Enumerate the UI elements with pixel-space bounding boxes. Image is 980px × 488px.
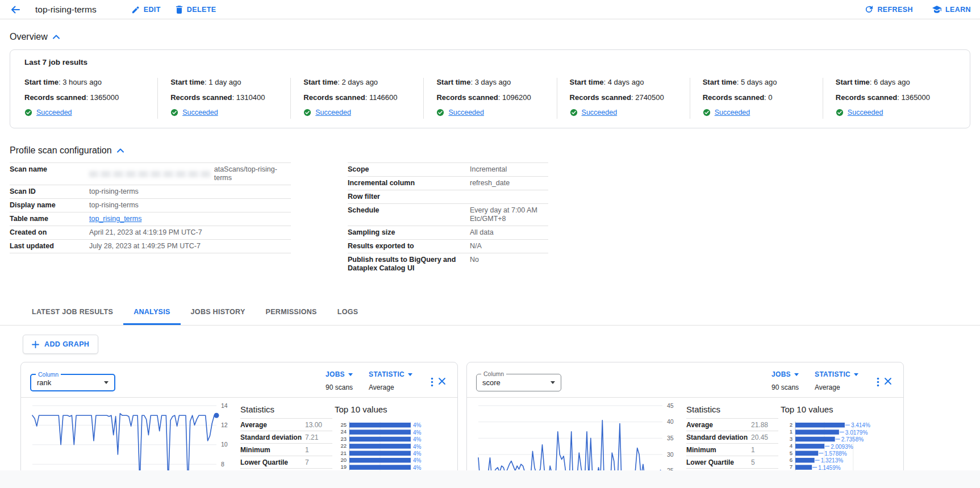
learn-button[interactable]: LEARN	[932, 6, 971, 14]
config-label: Scan ID	[10, 187, 89, 196]
tab-analysis[interactable]: ANALYSIS	[123, 300, 180, 325]
start-time-label: Start time	[303, 78, 341, 86]
card-close-button[interactable]	[882, 375, 894, 387]
records-label: Records scanned	[836, 93, 902, 102]
card-divider	[467, 397, 903, 398]
profile-config-heading-label: Profile scan configuration	[10, 145, 112, 156]
tab-permissions[interactable]: PERMISSIONS	[256, 300, 327, 325]
tab-bar: LATEST JOB RESULTS ANALYSIS JOBS HISTORY…	[0, 300, 980, 326]
svg-text:1.3213%: 1.3213%	[821, 457, 844, 464]
collapse-config-icon[interactable]	[116, 148, 124, 153]
card-close-button[interactable]	[436, 375, 448, 387]
job-status-link[interactable]: Succeeded	[703, 109, 750, 116]
job-status-text: Succeeded	[715, 109, 750, 116]
svg-text:3.414%: 3.414%	[851, 422, 870, 428]
tab-logs[interactable]: LOGS	[327, 300, 369, 325]
start-time-value: 4 days ago	[608, 78, 644, 86]
job-result-card: Start time3 hours ago Records scanned136…	[24, 78, 157, 119]
config-row: Last updated July 28, 2023 at 1:49:25 PM…	[10, 240, 291, 253]
start-time-value: 5 days ago	[741, 78, 777, 86]
trash-icon	[176, 5, 183, 14]
svg-text:4: 4	[790, 443, 793, 449]
config-label: Display name	[10, 201, 89, 210]
tab-latest-job-results[interactable]: LATEST JOB RESULTS	[22, 300, 123, 325]
svg-text:24: 24	[340, 428, 347, 435]
stat-label: Lower Quartile	[686, 458, 751, 466]
kebab-menu-icon	[431, 377, 433, 387]
stat-row: Average21.88	[686, 418, 778, 431]
svg-text:10: 10	[221, 441, 228, 448]
start-time-value: 3 days ago	[475, 78, 511, 86]
job-status-link[interactable]: Succeeded	[170, 109, 218, 116]
stat-value: 5	[751, 458, 778, 466]
refresh-button[interactable]: REFRESH	[865, 5, 913, 14]
card-menu-button[interactable]	[874, 375, 882, 389]
table-name-link[interactable]: top_rising_terms	[89, 215, 141, 223]
config-row: Row filter	[348, 190, 548, 204]
add-graph-button[interactable]: ADD GRAPH	[23, 335, 98, 354]
svg-text:4%: 4%	[413, 451, 422, 457]
delete-button[interactable]: DELETE	[176, 5, 216, 14]
job-status-link[interactable]: Succeeded	[436, 109, 484, 116]
job-status-link[interactable]: Succeeded	[24, 109, 72, 116]
records-value: 0	[768, 93, 772, 102]
job-status-link[interactable]: Succeeded	[570, 109, 618, 116]
collapse-overview-icon[interactable]	[52, 34, 60, 40]
close-icon	[438, 377, 446, 385]
column-select-label: Column	[481, 370, 506, 377]
job-result-card: Start time5 days ago Records scanned0 Su…	[690, 78, 823, 119]
stat-value: 13.00	[305, 421, 332, 429]
tab-jobs-history[interactable]: JOBS HISTORY	[181, 300, 256, 325]
config-table-right: Scope Incremental Incremental column ref…	[348, 162, 548, 275]
back-button[interactable]	[9, 4, 22, 15]
config-tables: Scan name ataScans/top-rising-terms Scan…	[10, 162, 970, 275]
start-time-label: Start time	[703, 78, 741, 86]
svg-text:1: 1	[790, 428, 793, 435]
statistic-dropdown[interactable]: STATISTIC	[369, 370, 412, 378]
success-check-icon	[836, 109, 844, 116]
start-time-label: Start time	[24, 78, 62, 86]
stat-row: Standard deviation20.45	[686, 431, 778, 444]
config-row: Publish results to BigQuery and Dataplex…	[348, 253, 548, 275]
svg-text:8: 8	[221, 461, 224, 468]
edit-button[interactable]: EDIT	[132, 6, 161, 14]
back-arrow-icon	[10, 5, 20, 14]
config-row: Scan ID top-rising-terms	[10, 185, 291, 199]
job-result-card: Start time2 days ago Records scanned1146…	[290, 78, 423, 119]
top10-title: Top 10 values	[335, 404, 448, 414]
config-row: Scan name ataScans/top-rising-terms	[10, 163, 291, 185]
edit-button-label: EDIT	[144, 6, 161, 14]
svg-text:19: 19	[340, 464, 347, 470]
stat-value: 21.88	[751, 421, 778, 429]
job-status-text: Succeeded	[182, 109, 218, 116]
start-time-value: 2 days ago	[341, 78, 378, 86]
start-time-value: 3 hours ago	[62, 78, 102, 86]
card-menu-button[interactable]	[428, 375, 436, 389]
chevron-down-icon	[551, 381, 555, 384]
jobs-dropdown[interactable]: JOBS	[326, 370, 353, 378]
svg-text:45: 45	[667, 402, 674, 409]
start-time-value: 1 day ago	[208, 78, 241, 86]
stat-value: 7.21	[305, 433, 332, 441]
jobs-scan-count: 90 scans	[326, 383, 353, 391]
column-select[interactable]: Column rank	[30, 374, 115, 391]
svg-text:3.0179%: 3.0179%	[845, 429, 868, 436]
records-value: 1365000	[901, 93, 930, 102]
jobs-dropdown-block: JOBS 90 scans	[772, 370, 799, 391]
overview-heading-label: Overview	[10, 32, 48, 42]
learn-button-label: LEARN	[945, 6, 971, 14]
config-value: refresh_date	[470, 179, 548, 187]
jobs-dropdown[interactable]: JOBS	[772, 370, 799, 378]
records-value: 1365000	[90, 93, 119, 102]
svg-text:4%: 4%	[413, 457, 422, 464]
job-status-link[interactable]: Succeeded	[303, 109, 351, 116]
learn-school-icon	[932, 6, 941, 14]
statistic-dropdown[interactable]: STATISTIC	[815, 370, 858, 378]
column-select[interactable]: Column score	[476, 374, 561, 391]
chevron-down-icon	[348, 373, 353, 376]
config-row: Created on April 21, 2023 at 4:19:19 PM …	[10, 226, 291, 240]
svg-text:4%: 4%	[413, 444, 422, 450]
stat-label: Average	[240, 421, 305, 429]
job-status-link[interactable]: Succeeded	[836, 109, 883, 116]
config-label: Row filter	[348, 193, 470, 201]
